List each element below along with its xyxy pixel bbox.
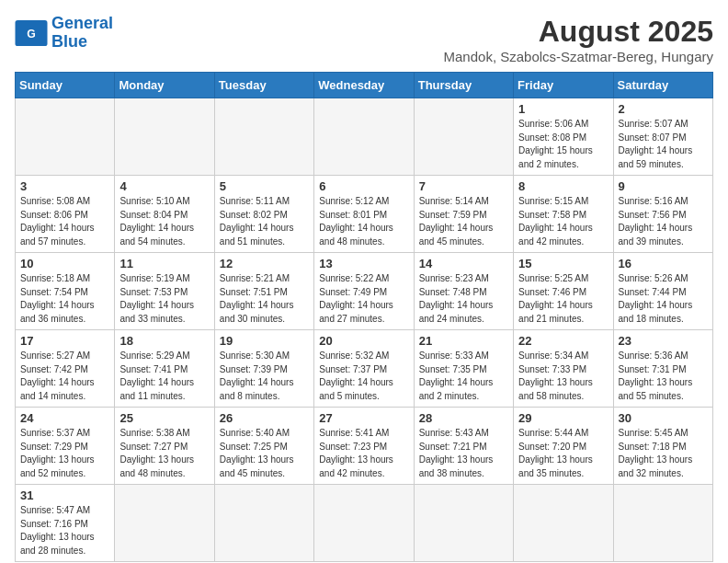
- calendar-week-row: 1Sunrise: 5:06 AM Sunset: 8:08 PM Daylig…: [16, 98, 713, 176]
- day-info: Sunrise: 5:36 AM Sunset: 7:31 PM Dayligh…: [619, 350, 708, 403]
- calendar-day-cell: 13Sunrise: 5:22 AM Sunset: 7:49 PM Dayli…: [314, 253, 414, 330]
- calendar-week-row: 24Sunrise: 5:37 AM Sunset: 7:29 PM Dayli…: [16, 408, 713, 485]
- calendar-day-cell: 1Sunrise: 5:06 AM Sunset: 8:08 PM Daylig…: [514, 98, 613, 176]
- day-info: Sunrise: 5:11 AM Sunset: 8:02 PM Dayligh…: [220, 195, 309, 248]
- day-info: Sunrise: 5:45 AM Sunset: 7:18 PM Dayligh…: [619, 427, 708, 480]
- calendar-day-cell: [314, 98, 414, 176]
- calendar-day-cell: 2Sunrise: 5:07 AM Sunset: 8:07 PM Daylig…: [613, 98, 712, 176]
- calendar-day-cell: 23Sunrise: 5:36 AM Sunset: 7:31 PM Dayli…: [613, 330, 712, 408]
- day-info: Sunrise: 5:21 AM Sunset: 7:51 PM Dayligh…: [220, 272, 309, 326]
- day-number: 5: [220, 179, 309, 193]
- calendar-day-cell: [115, 485, 214, 562]
- weekday-header: Saturday: [613, 73, 712, 98]
- calendar-header-row: SundayMondayTuesdayWednesdayThursdayFrid…: [16, 73, 713, 98]
- page-header: G GeneralBlue August 2025 Mandok, Szabol…: [15, 15, 713, 64]
- weekday-header: Monday: [115, 73, 214, 98]
- weekday-header: Wednesday: [314, 73, 414, 98]
- calendar-day-cell: 16Sunrise: 5:26 AM Sunset: 7:44 PM Dayli…: [613, 253, 712, 330]
- calendar-day-cell: 18Sunrise: 5:29 AM Sunset: 7:41 PM Dayli…: [115, 330, 214, 408]
- day-info: Sunrise: 5:26 AM Sunset: 7:44 PM Dayligh…: [619, 272, 708, 326]
- day-info: Sunrise: 5:38 AM Sunset: 7:27 PM Dayligh…: [119, 427, 209, 480]
- day-info: Sunrise: 5:44 AM Sunset: 7:20 PM Dayligh…: [518, 427, 608, 480]
- day-info: Sunrise: 5:41 AM Sunset: 7:23 PM Dayligh…: [319, 427, 408, 480]
- calendar-day-cell: 9Sunrise: 5:16 AM Sunset: 7:56 PM Daylig…: [613, 176, 712, 253]
- day-number: 8: [518, 179, 608, 193]
- day-info: Sunrise: 5:22 AM Sunset: 7:49 PM Dayligh…: [319, 272, 408, 326]
- day-number: 6: [319, 179, 408, 193]
- day-number: 9: [619, 179, 708, 193]
- calendar-day-cell: 28Sunrise: 5:43 AM Sunset: 7:21 PM Dayli…: [414, 408, 513, 485]
- day-number: 2: [619, 102, 708, 116]
- day-info: Sunrise: 5:32 AM Sunset: 7:37 PM Dayligh…: [319, 350, 408, 403]
- calendar-day-cell: 27Sunrise: 5:41 AM Sunset: 7:23 PM Dayli…: [314, 408, 414, 485]
- day-info: Sunrise: 5:47 AM Sunset: 7:16 PM Dayligh…: [20, 504, 109, 557]
- day-number: 28: [419, 411, 508, 425]
- weekday-header: Thursday: [414, 73, 513, 98]
- day-info: Sunrise: 5:29 AM Sunset: 7:41 PM Dayligh…: [119, 350, 209, 403]
- calendar-day-cell: 19Sunrise: 5:30 AM Sunset: 7:39 PM Dayli…: [214, 330, 313, 408]
- day-info: Sunrise: 5:27 AM Sunset: 7:42 PM Dayligh…: [20, 350, 109, 403]
- day-number: 12: [220, 257, 309, 270]
- calendar-day-cell: 24Sunrise: 5:37 AM Sunset: 7:29 PM Dayli…: [16, 408, 115, 485]
- day-number: 10: [20, 257, 109, 270]
- calendar-day-cell: 21Sunrise: 5:33 AM Sunset: 7:35 PM Dayli…: [414, 330, 513, 408]
- day-number: 1: [518, 102, 608, 116]
- day-number: 13: [319, 257, 408, 270]
- calendar-day-cell: 31Sunrise: 5:47 AM Sunset: 7:16 PM Dayli…: [16, 485, 115, 562]
- calendar-day-cell: 4Sunrise: 5:10 AM Sunset: 8:04 PM Daylig…: [115, 176, 214, 253]
- calendar-day-cell: 15Sunrise: 5:25 AM Sunset: 7:46 PM Dayli…: [514, 253, 613, 330]
- day-number: 27: [319, 411, 408, 425]
- day-info: Sunrise: 5:30 AM Sunset: 7:39 PM Dayligh…: [220, 350, 309, 403]
- calendar-day-cell: [414, 98, 513, 176]
- day-info: Sunrise: 5:43 AM Sunset: 7:21 PM Dayligh…: [419, 427, 508, 480]
- calendar-day-cell: 5Sunrise: 5:11 AM Sunset: 8:02 PM Daylig…: [214, 176, 313, 253]
- svg-text:G: G: [27, 28, 36, 40]
- day-number: 3: [20, 179, 109, 193]
- day-number: 29: [518, 411, 608, 425]
- day-number: 21: [419, 334, 508, 348]
- day-number: 22: [518, 334, 608, 348]
- weekday-header: Friday: [514, 73, 613, 98]
- calendar-day-cell: [214, 98, 313, 176]
- calendar-subtitle: Mandok, Szabolcs-Szatmar-Bereg, Hungary: [444, 49, 713, 64]
- day-number: 16: [619, 257, 708, 270]
- calendar-day-cell: 20Sunrise: 5:32 AM Sunset: 7:37 PM Dayli…: [314, 330, 414, 408]
- day-info: Sunrise: 5:34 AM Sunset: 7:33 PM Dayligh…: [518, 350, 608, 403]
- calendar-day-cell: 30Sunrise: 5:45 AM Sunset: 7:18 PM Dayli…: [613, 408, 712, 485]
- logo-text: GeneralBlue: [51, 15, 113, 52]
- calendar-day-cell: 26Sunrise: 5:40 AM Sunset: 7:25 PM Dayli…: [214, 408, 313, 485]
- day-info: Sunrise: 5:06 AM Sunset: 8:08 PM Dayligh…: [518, 118, 608, 171]
- day-number: 31: [20, 488, 109, 502]
- calendar-day-cell: 29Sunrise: 5:44 AM Sunset: 7:20 PM Dayli…: [514, 408, 613, 485]
- calendar-day-cell: 14Sunrise: 5:23 AM Sunset: 7:48 PM Dayli…: [414, 253, 513, 330]
- calendar-day-cell: [613, 485, 712, 562]
- day-info: Sunrise: 5:40 AM Sunset: 7:25 PM Dayligh…: [220, 427, 309, 480]
- day-number: 15: [518, 257, 608, 270]
- calendar-day-cell: 11Sunrise: 5:19 AM Sunset: 7:53 PM Dayli…: [115, 253, 214, 330]
- day-info: Sunrise: 5:19 AM Sunset: 7:53 PM Dayligh…: [119, 272, 209, 326]
- title-area: August 2025 Mandok, Szabolcs-Szatmar-Ber…: [444, 15, 713, 64]
- calendar-day-cell: 7Sunrise: 5:14 AM Sunset: 7:59 PM Daylig…: [414, 176, 513, 253]
- day-number: 23: [619, 334, 708, 348]
- day-info: Sunrise: 5:10 AM Sunset: 8:04 PM Dayligh…: [119, 195, 209, 248]
- day-info: Sunrise: 5:14 AM Sunset: 7:59 PM Dayligh…: [419, 195, 508, 248]
- calendar-day-cell: [414, 485, 513, 562]
- day-number: 17: [20, 334, 109, 348]
- day-info: Sunrise: 5:18 AM Sunset: 7:54 PM Dayligh…: [20, 272, 109, 326]
- day-info: Sunrise: 5:15 AM Sunset: 7:58 PM Dayligh…: [518, 195, 608, 248]
- day-info: Sunrise: 5:08 AM Sunset: 8:06 PM Dayligh…: [20, 195, 109, 248]
- day-number: 25: [119, 411, 209, 425]
- calendar-week-row: 10Sunrise: 5:18 AM Sunset: 7:54 PM Dayli…: [16, 253, 713, 330]
- calendar-day-cell: 6Sunrise: 5:12 AM Sunset: 8:01 PM Daylig…: [314, 176, 414, 253]
- calendar-day-cell: 8Sunrise: 5:15 AM Sunset: 7:58 PM Daylig…: [514, 176, 613, 253]
- day-info: Sunrise: 5:16 AM Sunset: 7:56 PM Dayligh…: [619, 195, 708, 248]
- day-info: Sunrise: 5:23 AM Sunset: 7:48 PM Dayligh…: [419, 272, 508, 326]
- weekday-header: Tuesday: [214, 73, 313, 98]
- calendar-day-cell: [16, 98, 115, 176]
- day-number: 18: [119, 334, 209, 348]
- calendar-week-row: 3Sunrise: 5:08 AM Sunset: 8:06 PM Daylig…: [16, 176, 713, 253]
- calendar-day-cell: 22Sunrise: 5:34 AM Sunset: 7:33 PM Dayli…: [514, 330, 613, 408]
- calendar-day-cell: 12Sunrise: 5:21 AM Sunset: 7:51 PM Dayli…: [214, 253, 313, 330]
- logo: G GeneralBlue: [15, 15, 113, 52]
- day-info: Sunrise: 5:12 AM Sunset: 8:01 PM Dayligh…: [319, 195, 408, 248]
